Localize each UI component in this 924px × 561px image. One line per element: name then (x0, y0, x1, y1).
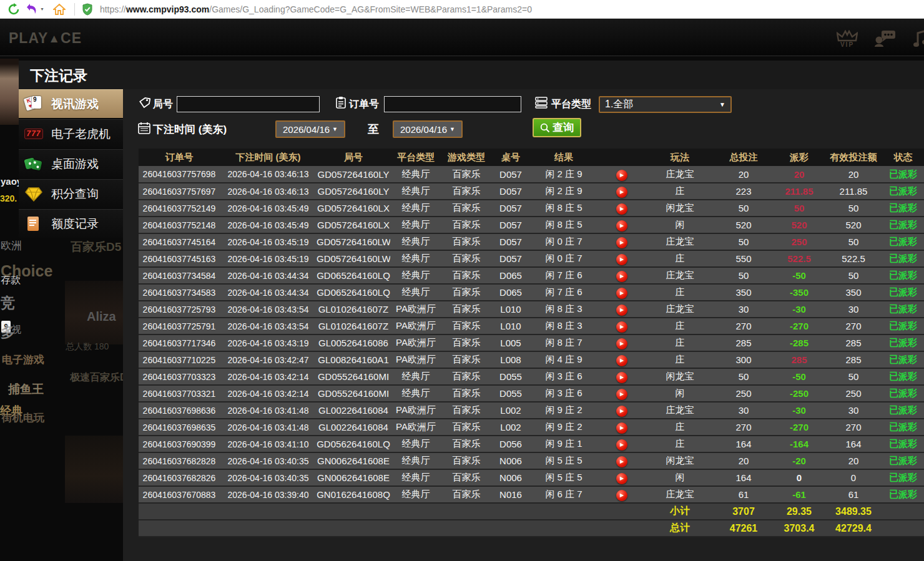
cell-round-number: GD057264160LX (317, 217, 390, 233)
cell-payout: -350 (774, 284, 825, 301)
vip-button[interactable]: VIP (837, 30, 858, 48)
table-row: 260416037752148 2026-04-16 03:45:49 GD05… (139, 217, 924, 233)
cell-table-number: L010 (491, 318, 530, 334)
page: ▼ https://www.cmpvip93.com/Games/G_Loadi… (0, 0, 924, 561)
cell-play-method: 庄 (646, 318, 714, 334)
replay-button[interactable]: ▶ (616, 422, 627, 434)
cell-order-number: 260416037757698 (139, 166, 220, 183)
cell-play-method: 闲 (646, 385, 714, 402)
replay-button[interactable]: ▶ (616, 456, 627, 467)
round-number-input[interactable] (177, 96, 320, 112)
cell-order-number: 260416037734584 (139, 267, 220, 284)
replay-button[interactable]: ▶ (616, 203, 627, 215)
cell-payout: -50 (774, 267, 825, 284)
replay-button[interactable]: ▶ (616, 254, 627, 265)
divider (74, 3, 75, 16)
table-header-row: 订单号 下注时间 (美东) 局号 平台类型 游戏类型 桌号 结果 玩法 总投注 … (139, 149, 924, 166)
cell-platform: 经典厅 (390, 250, 441, 267)
replay-button[interactable]: ▶ (616, 321, 627, 333)
back-dropdown-caret[interactable]: ▼ (40, 7, 44, 11)
date-to-select[interactable]: 2026/04/16 ▼ (393, 120, 463, 138)
replay-button[interactable]: ▶ (616, 355, 627, 366)
customer-service-button[interactable] (874, 29, 897, 48)
logo-triangle: ▲ (48, 32, 61, 45)
cell-total-bet: 164 (714, 469, 774, 486)
replay-button[interactable]: ▶ (616, 305, 627, 316)
cell-total-bet: 250 (714, 385, 774, 402)
status-badge: 已派彩 (882, 402, 924, 419)
cell-order-number: 260416037682828 (139, 452, 220, 469)
search-button[interactable]: 查询 (533, 118, 581, 137)
music-note-icon (913, 29, 924, 48)
music-button[interactable] (913, 29, 924, 48)
status-badge: 已派彩 (882, 351, 924, 368)
cell-platform: PA欧洲厅 (390, 301, 441, 318)
cell-valid-bet: 0 (825, 469, 882, 486)
cell-order-number: 260416037752149 (139, 200, 220, 217)
cell-platform: 经典厅 (390, 267, 441, 284)
cell-payout: -30 (774, 301, 825, 318)
cell-play-method: 庄 (646, 334, 714, 351)
content-panel: 局号 订单号 平台类型 1.全部 ▼ (123, 89, 924, 561)
cell-round-number: GN0062641608E (317, 452, 390, 469)
cell-valid-bet: 285 (825, 351, 882, 368)
cell-payout: 0 (774, 469, 825, 486)
replay-button[interactable]: ▶ (616, 490, 627, 501)
url[interactable]: https://www.cmpvip93.com/Games/G_Loading… (100, 4, 532, 14)
cell-game-type: 百家乐 (441, 452, 491, 469)
order-number-input[interactable] (384, 96, 521, 112)
cell-order-number: 260416037703321 (139, 385, 220, 402)
replay-button[interactable]: ▶ (616, 406, 627, 417)
cell-payout: -250 (774, 385, 825, 402)
cell-payout: 285 (774, 351, 825, 368)
cell-table-number: D065 (491, 284, 530, 301)
replay-button[interactable]: ▶ (616, 237, 627, 248)
back-icon[interactable] (26, 3, 39, 16)
date-from-select[interactable]: 2026/04/16 ▼ (275, 120, 345, 138)
site-header: PLAY▲CE VIP (0, 19, 924, 56)
cell-payout: -270 (774, 318, 825, 334)
cell-play-method: 庄龙宝 (646, 301, 714, 318)
sidebar-item-table-games[interactable]: 桌面游戏 (19, 149, 123, 178)
cell-table-number: N006 (491, 469, 530, 486)
table-row: 260416037717346 2026-04-16 03:43:19 GL00… (139, 334, 924, 351)
status-badge: 已派彩 (882, 250, 924, 267)
status-badge: 已派彩 (882, 318, 924, 334)
cell-play-method: 闲龙宝 (646, 368, 714, 385)
platform-type-value: 1.全部 (605, 98, 633, 111)
cell-table-number: D057 (491, 166, 530, 183)
replay-button[interactable]: ▶ (616, 170, 627, 181)
replay-button[interactable]: ▶ (616, 187, 627, 198)
replay-button[interactable]: ▶ (616, 338, 627, 349)
sidebar-item-slots[interactable]: 777 电子老虎机 (19, 119, 123, 148)
refresh-icon[interactable] (7, 3, 20, 16)
table-row: 260416037682828 2026-04-16 03:40:35 GN00… (139, 452, 924, 469)
cell-valid-bet: 350 (825, 284, 882, 301)
cell-total-bet: 223 (714, 183, 774, 200)
replay-button[interactable]: ▶ (616, 372, 627, 383)
cell-total-bet: 164 (714, 436, 774, 452)
cell-platform: 经典厅 (390, 166, 441, 183)
cell-game-type: 百家乐 (441, 385, 491, 402)
home-icon[interactable] (53, 3, 66, 16)
cell-round-number: GN0062641608E (317, 469, 390, 486)
platform-type-select[interactable]: 1.全部 ▼ (599, 96, 732, 113)
replay-button[interactable]: ▶ (616, 288, 627, 299)
cell-total-bet: 30 (714, 402, 774, 419)
replay-button[interactable]: ▶ (616, 473, 627, 484)
replay-button[interactable]: ▶ (616, 271, 627, 282)
sidebar-item-points[interactable]: 积分查询 (19, 179, 123, 208)
cell-play-method: 庄 (646, 351, 714, 368)
cell-total-bet: 350 (714, 284, 774, 301)
sidebar-item-live-games[interactable]: K♥9 视讯游戏 (19, 89, 123, 118)
sidebar-item-credit-records[interactable]: 额度记录 (19, 209, 123, 238)
cell-bet-time: 2026-04-16 03:45:19 (220, 250, 317, 267)
replay-button[interactable]: ▶ (616, 220, 627, 232)
url-domain: www.cmpvip93.com (126, 4, 209, 14)
replay-button[interactable]: ▶ (616, 389, 627, 400)
cell-result: 闲 3 庄 6 (530, 368, 597, 385)
table-row: 260416037752149 2026-04-16 03:45:49 GD05… (139, 200, 924, 217)
cell-play-method: 闲 (646, 217, 714, 233)
cell-result: 闲 8 庄 7 (530, 334, 597, 351)
replay-button[interactable]: ▶ (616, 439, 627, 451)
